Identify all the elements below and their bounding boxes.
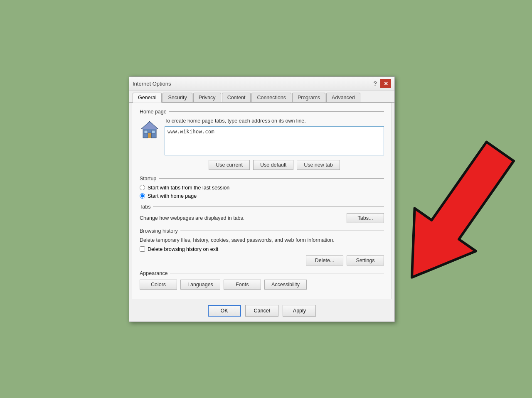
browsing-history-description: Delete temporary files, history, cookies… xyxy=(140,237,384,243)
dialog-content: Home page xyxy=(132,103,392,299)
startup-option-2[interactable]: Start with home page xyxy=(140,193,384,199)
ok-button[interactable]: OK xyxy=(208,305,241,317)
svg-rect-3 xyxy=(144,130,148,133)
home-page-description: To create home page tabs, type each addr… xyxy=(165,118,384,124)
apply-button[interactable]: Apply xyxy=(283,305,316,317)
tab-privacy[interactable]: Privacy xyxy=(193,93,221,102)
browsing-history-header: Browsing history xyxy=(140,228,384,234)
fonts-button[interactable]: Fonts xyxy=(224,280,261,290)
svg-marker-5 xyxy=(381,130,531,298)
startup-section: Startup Start with tabs from the last se… xyxy=(140,176,384,199)
home-page-input[interactable]: www.wikihow.com xyxy=(165,126,384,155)
startup-radio-1[interactable] xyxy=(140,185,145,190)
startup-header: Startup xyxy=(140,176,384,182)
appearance-section: Appearance Colors Languages Fonts Access… xyxy=(140,270,384,290)
delete-history-checkbox[interactable] xyxy=(140,246,145,252)
svg-rect-4 xyxy=(152,130,155,133)
use-default-button[interactable]: Use default xyxy=(253,160,293,170)
tab-advanced[interactable]: Advanced xyxy=(326,93,360,102)
title-bar: Internet Options ? ✕ xyxy=(129,77,394,91)
home-page-section: Home page xyxy=(140,109,384,170)
tabs-section: Tabs Change how webpages are displayed i… xyxy=(140,204,384,223)
close-button[interactable]: ✕ xyxy=(380,79,391,88)
cancel-button[interactable]: Cancel xyxy=(245,305,279,317)
languages-button[interactable]: Languages xyxy=(180,280,220,290)
tabs-settings-button[interactable]: Tabs... xyxy=(347,213,384,223)
arrow-overlay xyxy=(378,125,532,301)
tabs-bar: General Security Privacy Content Connect… xyxy=(129,91,394,103)
svg-rect-2 xyxy=(148,133,151,138)
svg-marker-1 xyxy=(142,122,157,129)
tabs-description: Change how webpages are displayed in tab… xyxy=(140,215,342,221)
tab-connections[interactable]: Connections xyxy=(251,93,291,102)
tab-content[interactable]: Content xyxy=(222,93,251,102)
internet-options-dialog: Internet Options ? ✕ General Security Pr… xyxy=(129,76,395,322)
appearance-header: Appearance xyxy=(140,270,384,276)
use-current-button[interactable]: Use current xyxy=(209,160,250,170)
help-button[interactable]: ? xyxy=(372,80,379,87)
house-icon xyxy=(140,120,160,143)
accessibility-button[interactable]: Accessibility xyxy=(264,280,307,290)
colors-button[interactable]: Colors xyxy=(140,280,177,290)
tabs-section-header: Tabs xyxy=(140,204,384,210)
use-new-tab-button[interactable]: Use new tab xyxy=(297,160,340,170)
tab-programs[interactable]: Programs xyxy=(292,93,325,102)
browsing-history-section: Browsing history Delete temporary files,… xyxy=(140,228,384,265)
startup-radio-2[interactable] xyxy=(140,193,145,199)
delete-button[interactable]: Delete... xyxy=(306,256,343,265)
home-page-header: Home page xyxy=(140,109,384,115)
history-settings-button[interactable]: Settings xyxy=(347,256,384,265)
dialog-footer: OK Cancel Apply xyxy=(129,302,394,322)
tab-security[interactable]: Security xyxy=(163,93,192,102)
delete-history-checkbox-label[interactable]: Delete browsing history on exit xyxy=(140,246,384,252)
tab-general[interactable]: General xyxy=(133,93,162,103)
dialog-title: Internet Options xyxy=(133,81,171,87)
startup-option-1[interactable]: Start with tabs from the last session xyxy=(140,185,384,191)
